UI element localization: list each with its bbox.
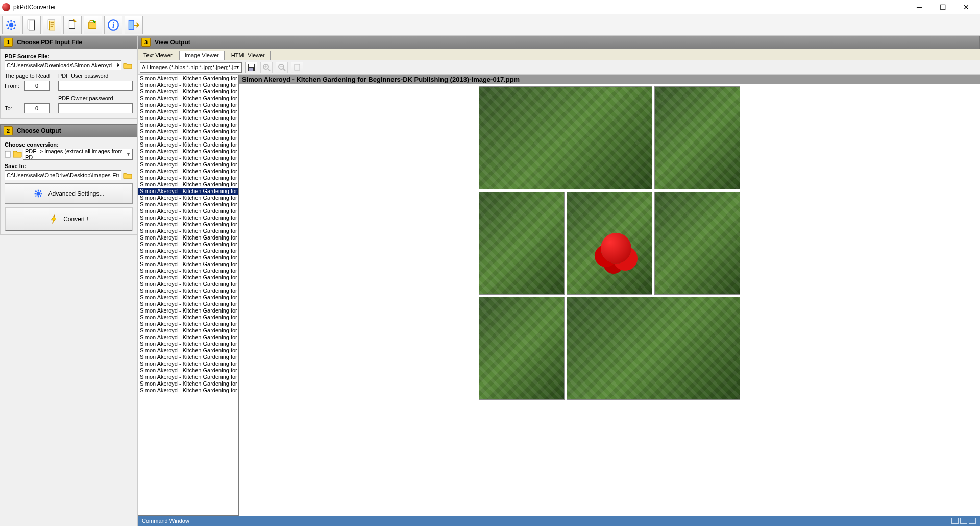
- svg-rect-13: [249, 64, 254, 67]
- doc-button-3[interactable]: [63, 16, 82, 34]
- list-item[interactable]: Simon Akeroyd - Kitchen Gardening for: [138, 314, 238, 321]
- advanced-settings-button[interactable]: Advanced Settings...: [5, 183, 133, 204]
- from-input[interactable]: [24, 81, 50, 91]
- doc-button-2[interactable]: [43, 16, 61, 34]
- list-item[interactable]: Simon Akeroyd - Kitchen Gardening for: [138, 274, 238, 281]
- list-item[interactable]: Simon Akeroyd - Kitchen Gardening for: [138, 214, 238, 221]
- save-in-label: Save In:: [5, 163, 133, 169]
- doc-button-4[interactable]: [84, 16, 102, 34]
- viewer-tabs: Text ViewerImage ViewerHTML Viewer: [138, 49, 980, 60]
- list-item[interactable]: Simon Akeroyd - Kitchen Gardening for: [138, 387, 238, 394]
- settings-button[interactable]: [2, 16, 20, 34]
- list-item[interactable]: Simon Akeroyd - Kitchen Gardening for: [138, 161, 238, 168]
- fit-page-button[interactable]: [291, 62, 303, 73]
- list-item[interactable]: Simon Akeroyd - Kitchen Gardening for: [138, 195, 238, 201]
- to-input[interactable]: [24, 103, 50, 113]
- save-in-input[interactable]: [5, 170, 121, 180]
- list-item[interactable]: Simon Akeroyd - Kitchen Gardening for: [138, 361, 238, 367]
- list-item[interactable]: Simon Akeroyd - Kitchen Gardening for: [138, 228, 238, 234]
- step1-title: Choose PDF Input File: [17, 39, 82, 46]
- list-item[interactable]: Simon Akeroyd - Kitchen Gardening for: [138, 261, 238, 268]
- list-item[interactable]: Simon Akeroyd - Kitchen Gardening for: [138, 135, 238, 141]
- list-item[interactable]: Simon Akeroyd - Kitchen Gardening for: [138, 248, 238, 254]
- list-item[interactable]: Simon Akeroyd - Kitchen Gardening for: [138, 241, 238, 248]
- list-item[interactable]: Simon Akeroyd - Kitchen Gardening for: [138, 307, 238, 314]
- list-item[interactable]: Simon Akeroyd - Kitchen Gardening for: [138, 341, 238, 347]
- window-title: pkPdfConverter: [13, 4, 908, 11]
- list-item[interactable]: Simon Akeroyd - Kitchen Gardening for: [138, 367, 238, 374]
- list-item[interactable]: Simon Akeroyd - Kitchen Gardening for: [138, 108, 238, 115]
- list-item[interactable]: Simon Akeroyd - Kitchen Gardening for: [138, 208, 238, 214]
- list-item[interactable]: Simon Akeroyd - Kitchen Gardening for: [138, 175, 238, 181]
- list-item[interactable]: Simon Akeroyd - Kitchen Gardening for: [138, 254, 238, 261]
- user-password-label: PDF User password: [58, 73, 133, 79]
- list-item[interactable]: Simon Akeroyd - Kitchen Gardening for: [138, 281, 238, 288]
- convert-button[interactable]: Convert !: [5, 207, 133, 231]
- list-item[interactable]: Simon Akeroyd - Kitchen Gardening for: [138, 88, 238, 95]
- mdi-buttons[interactable]: [951, 518, 976, 524]
- list-item[interactable]: Simon Akeroyd - Kitchen Gardening for: [138, 168, 238, 175]
- status-bar: Command Window: [138, 516, 980, 526]
- list-item[interactable]: Simon Akeroyd - Kitchen Gardening for: [138, 115, 238, 122]
- svg-point-0: [9, 22, 14, 27]
- list-item[interactable]: Simon Akeroyd - Kitchen Gardening for: [138, 234, 238, 241]
- list-item[interactable]: Simon Akeroyd - Kitchen Gardening for: [138, 380, 238, 387]
- list-item[interactable]: Simon Akeroyd - Kitchen Gardening for: [138, 75, 238, 82]
- list-item[interactable]: Simon Akeroyd - Kitchen Gardening for: [138, 288, 238, 294]
- viewer-toolbar: All images (*.hips;*.hip;*.jpg;*.jpeg;*.…: [138, 60, 980, 75]
- browse-savein-icon[interactable]: [122, 171, 133, 180]
- svg-rect-10: [5, 151, 10, 157]
- list-item[interactable]: Simon Akeroyd - Kitchen Gardening for: [138, 95, 238, 102]
- zoom-out-button[interactable]: [276, 62, 288, 73]
- lightning-icon: [49, 213, 59, 225]
- preview-title: Simon Akeroyd - Kitchen Gardening for Be…: [239, 75, 980, 84]
- list-item[interactable]: Simon Akeroyd - Kitchen Gardening for: [138, 102, 238, 108]
- preview-area: [239, 84, 980, 516]
- list-item[interactable]: Simon Akeroyd - Kitchen Gardening for: [138, 128, 238, 135]
- list-item[interactable]: Simon Akeroyd - Kitchen Gardening for: [138, 374, 238, 380]
- list-item[interactable]: Simon Akeroyd - Kitchen Gardening for: [138, 188, 238, 195]
- list-item[interactable]: Simon Akeroyd - Kitchen Gardening for: [138, 141, 238, 148]
- browse-source-icon[interactable]: [122, 61, 133, 70]
- list-item[interactable]: Simon Akeroyd - Kitchen Gardening for: [138, 268, 238, 274]
- list-item[interactable]: Simon Akeroyd - Kitchen Gardening for: [138, 347, 238, 354]
- list-item[interactable]: Simon Akeroyd - Kitchen Gardening for: [138, 301, 238, 307]
- list-item[interactable]: Simon Akeroyd - Kitchen Gardening for: [138, 181, 238, 188]
- image-filter-select[interactable]: All images (*.hips;*.hip;*.jpg;*.jpeg;*.…: [140, 62, 242, 73]
- maximize-button[interactable]: ☐: [931, 0, 954, 14]
- source-file-input[interactable]: [5, 60, 121, 70]
- close-button[interactable]: ✕: [954, 0, 978, 14]
- choose-conversion-label: Choose conversion:: [5, 141, 133, 148]
- owner-password-input[interactable]: [58, 103, 133, 113]
- list-item[interactable]: Simon Akeroyd - Kitchen Gardening for: [138, 122, 238, 128]
- info-button[interactable]: i: [104, 16, 122, 34]
- list-item[interactable]: Simon Akeroyd - Kitchen Gardening for: [138, 82, 238, 88]
- list-item[interactable]: Simon Akeroyd - Kitchen Gardening for: [138, 294, 238, 301]
- list-item[interactable]: Simon Akeroyd - Kitchen Gardening for: [138, 327, 238, 334]
- list-item[interactable]: Simon Akeroyd - Kitchen Gardening for: [138, 148, 238, 155]
- preview-tile: [567, 192, 652, 295]
- svg-rect-2: [29, 21, 35, 30]
- main-toolbar: i: [0, 14, 980, 36]
- preview-tile: [567, 297, 740, 400]
- doc-button-1[interactable]: [22, 16, 41, 34]
- step2-title: Choose Output: [17, 127, 61, 134]
- list-item[interactable]: Simon Akeroyd - Kitchen Gardening for: [138, 201, 238, 208]
- list-item[interactable]: Simon Akeroyd - Kitchen Gardening for: [138, 334, 238, 341]
- tab-text-viewer[interactable]: Text Viewer: [138, 51, 178, 60]
- list-item[interactable]: Simon Akeroyd - Kitchen Gardening for: [138, 354, 238, 361]
- status-text: Command Window: [142, 518, 189, 524]
- list-item[interactable]: Simon Akeroyd - Kitchen Gardening for: [138, 155, 238, 161]
- exit-button[interactable]: [125, 16, 143, 34]
- tab-image-viewer[interactable]: Image Viewer: [179, 51, 225, 60]
- conversion-select[interactable]: PDF -> Images (extract all images from P…: [23, 149, 133, 160]
- step1-badge: 1: [4, 38, 13, 47]
- tab-html-viewer[interactable]: HTML Viewer: [226, 51, 271, 60]
- save-image-button[interactable]: [245, 62, 257, 73]
- minimize-button[interactable]: ─: [908, 0, 931, 14]
- zoom-in-button[interactable]: [260, 62, 273, 73]
- list-item[interactable]: Simon Akeroyd - Kitchen Gardening for: [138, 321, 238, 327]
- user-password-input[interactable]: [58, 81, 133, 91]
- list-item[interactable]: Simon Akeroyd - Kitchen Gardening for: [138, 221, 238, 228]
- image-list[interactable]: Simon Akeroyd - Kitchen Gardening forSim…: [138, 75, 239, 516]
